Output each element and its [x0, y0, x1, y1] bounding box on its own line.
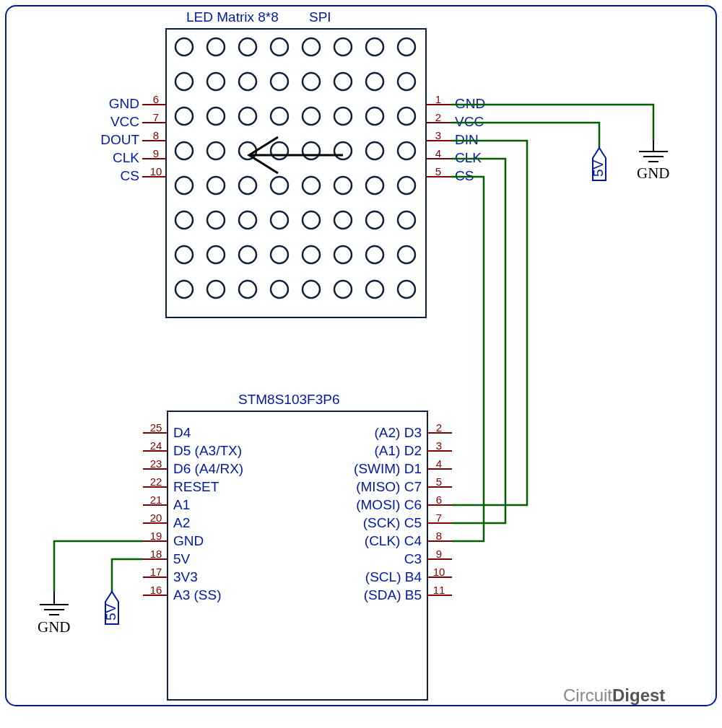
- led-dot: [334, 177, 352, 194]
- pin-num: 19: [150, 530, 162, 542]
- led-dot: [366, 177, 383, 194]
- led-dot: [334, 211, 352, 229]
- pin-num: 7: [153, 111, 159, 123]
- led-dot: [175, 177, 193, 194]
- led-dot: [207, 73, 225, 90]
- led-dot: [175, 211, 193, 229]
- led-dot: [398, 281, 415, 298]
- watermark: CircuitDigest: [563, 685, 665, 705]
- pin-label: (MISO) C7: [356, 479, 422, 494]
- pin-num: 22: [150, 475, 162, 488]
- led-dot: [303, 211, 320, 229]
- led-dot: [207, 211, 225, 229]
- led-dot: [334, 38, 352, 56]
- bus-title: SPI: [309, 9, 331, 25]
- led-dot: [366, 246, 383, 263]
- led-dot: [239, 246, 256, 263]
- pin-num: 8: [436, 530, 442, 542]
- pin-num: 1: [435, 93, 441, 105]
- led-dot: [207, 281, 225, 298]
- five-v-label-bottom: 5V: [103, 603, 118, 620]
- pin-num: 7: [436, 512, 442, 524]
- pin-num: 4: [436, 457, 442, 470]
- pin-label: D4: [173, 425, 191, 440]
- pin-num: 4: [435, 147, 441, 159]
- led-dot: [398, 177, 415, 194]
- gnd-label-top: GND: [637, 165, 670, 182]
- pin-num: 20: [150, 512, 162, 524]
- pin-label: A3 (SS): [173, 587, 222, 602]
- led-dot: [334, 108, 352, 125]
- led-dot: [334, 246, 352, 263]
- pin-label: VCC: [455, 114, 484, 129]
- pin-label: (A2) D3: [375, 425, 422, 440]
- led-dot: [271, 108, 288, 125]
- pin-label: C3: [404, 551, 422, 566]
- led-dot: [303, 177, 320, 194]
- pin-label: (MOSI) C6: [356, 497, 422, 512]
- pin-num: 16: [150, 584, 162, 596]
- pin-label: DOUT: [100, 132, 139, 147]
- pin-num: 2: [436, 421, 442, 434]
- pin-num: 18: [150, 548, 162, 560]
- pin-num: 25: [150, 421, 162, 434]
- pin-label: RESET: [173, 479, 219, 494]
- led-dot: [207, 177, 225, 194]
- led-dot: [303, 246, 320, 263]
- pin-label: CS: [121, 168, 139, 183]
- five-v-tag-top: 5V: [591, 148, 606, 180]
- pin-label: 3V3: [173, 569, 198, 584]
- matrix-arrow-left: [249, 137, 343, 173]
- led-dot: [239, 211, 256, 229]
- led-dot: [303, 38, 320, 56]
- led-dot: [398, 142, 415, 159]
- led-dot: [207, 246, 225, 263]
- pin-label: A2: [173, 515, 190, 530]
- pin-label: (CLK) C4: [365, 533, 422, 548]
- pin-num: 11: [433, 584, 445, 596]
- led-dot: [398, 211, 415, 229]
- led-dot: [366, 211, 383, 229]
- led-dot: [366, 73, 383, 90]
- pin-num: 3: [436, 439, 442, 452]
- led-dot: [207, 108, 225, 125]
- led-dot: [175, 73, 193, 90]
- pin-num: 9: [436, 548, 442, 560]
- led-dot: [366, 142, 383, 159]
- led-dot: [175, 246, 193, 263]
- led-dot: [303, 281, 320, 298]
- led-dot: [239, 108, 256, 125]
- led-dot: [334, 73, 352, 90]
- led-dot: [366, 108, 383, 125]
- led-dot: [207, 38, 225, 56]
- pin-label: D6 (A4/RX): [173, 461, 243, 476]
- pin-num: 17: [150, 566, 162, 578]
- matrix-right-pins: 1GND2VCC3DIN4CLK5CS: [426, 93, 485, 183]
- led-dot: [239, 281, 256, 298]
- led-dot: [207, 142, 225, 159]
- wire-mcu-5v: [112, 559, 143, 592]
- mcu-left-pins: 25D424D5 (A3/TX)23D6 (A4/RX)22RESET21A12…: [143, 421, 243, 602]
- schematic-canvas: LED Matrix 8*8 SPI 6GND7VCC8DOUT9CLK10CS…: [0, 0, 722, 728]
- pin-label: GND: [109, 96, 139, 111]
- pin-label: A1: [173, 497, 190, 512]
- gnd-symbol-bottom: GND: [38, 592, 71, 636]
- led-dot: [175, 281, 193, 298]
- mcu-right-pins: 2(A2) D33(A1) D24(SWIM) D15(MISO) C76(MO…: [354, 421, 452, 602]
- gnd-symbol-top: GND: [637, 141, 670, 182]
- led-dot: [366, 38, 383, 56]
- wire-clk-sck: [451, 159, 505, 523]
- pin-label: GND: [455, 96, 485, 111]
- pin-num: 21: [150, 494, 162, 506]
- pin-label: DIN: [455, 132, 479, 147]
- led-dot: [366, 281, 383, 298]
- pin-num: 5: [435, 165, 441, 177]
- pin-num: 9: [153, 147, 159, 159]
- mcu-name: STM8S103F3P6: [238, 392, 339, 407]
- led-dot: [271, 211, 288, 229]
- led-dot: [303, 73, 320, 90]
- gnd-label-bottom: GND: [38, 618, 71, 636]
- led-dot: [398, 246, 415, 263]
- wire-mcu-gnd: [54, 541, 143, 592]
- pin-num: 8: [153, 129, 159, 141]
